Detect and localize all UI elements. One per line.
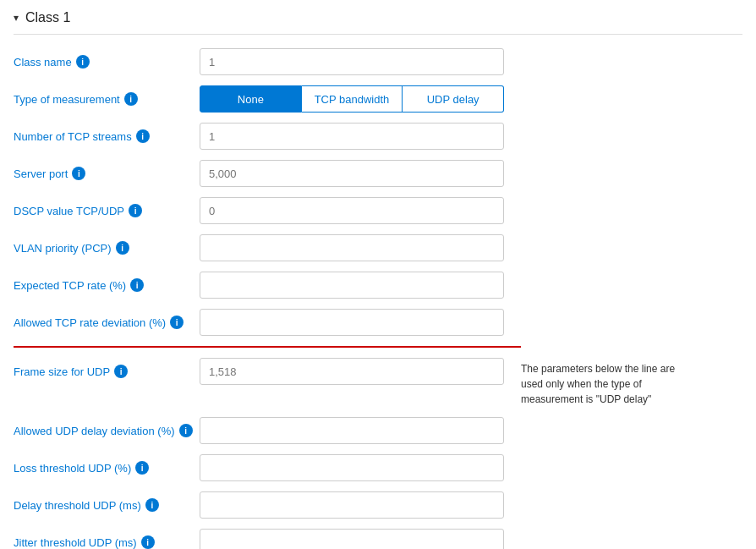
type-of-measurement-row: Type of measurement i None TCP bandwidth… (14, 85, 742, 113)
expected-tcp-rate-input[interactable] (200, 272, 504, 299)
allowed-tcp-deviation-info-icon[interactable]: i (170, 316, 184, 329)
meas-btn-udp-delay[interactable]: UDP delay (403, 85, 504, 113)
server-port-info-icon[interactable]: i (72, 167, 85, 180)
chevron-down-icon[interactable]: ▾ (14, 12, 19, 24)
frame-size-udp-info-icon[interactable]: i (114, 365, 128, 378)
allowed-tcp-deviation-label: Allowed TCP rate deviation (%) i (14, 316, 200, 329)
delay-threshold-udp-info-icon[interactable]: i (145, 498, 159, 512)
class-name-info-icon[interactable]: i (76, 55, 90, 69)
dscp-value-label: DSCP value TCP/UDP i (14, 204, 200, 217)
loss-threshold-udp-label: Loss threshold UDP (%) i (14, 461, 200, 475)
tcp-streams-label: Number of TCP streams i (14, 129, 200, 143)
class-name-input[interactable] (200, 48, 504, 75)
vlan-priority-input[interactable] (200, 234, 504, 261)
allowed-tcp-deviation-input[interactable] (200, 309, 504, 336)
loss-threshold-udp-row: Loss threshold UDP (%) i (14, 454, 742, 481)
class-name-row: Class name i (14, 48, 742, 75)
jitter-threshold-udp-label: Jitter threshold UDP (ms) i (14, 535, 200, 549)
meas-btn-none[interactable]: None (200, 85, 302, 113)
server-port-input[interactable] (200, 160, 504, 187)
dscp-value-input[interactable] (200, 197, 504, 224)
tcp-streams-info-icon[interactable]: i (136, 129, 150, 143)
dscp-value-row: DSCP value TCP/UDP i (14, 197, 742, 224)
page-container: ▾ Class 1 Class name i Type of measureme… (0, 0, 756, 549)
expected-tcp-rate-row: Expected TCP rate (%) i (14, 272, 742, 299)
vlan-priority-row: VLAN priority (PCP) i (14, 234, 742, 261)
delay-threshold-udp-row: Delay threshold UDP (ms) i (14, 491, 742, 519)
section-header: ▾ Class 1 (14, 10, 742, 35)
vlan-priority-info-icon[interactable]: i (116, 241, 129, 255)
frame-size-udp-row: Frame size for UDP i The parameters belo… (14, 358, 742, 407)
loss-threshold-udp-input[interactable] (200, 454, 504, 481)
tcp-streams-input[interactable] (200, 123, 504, 150)
loss-threshold-udp-info-icon[interactable]: i (135, 461, 149, 475)
allowed-udp-delay-label: Allowed UDP delay deviation (%) i (14, 424, 200, 437)
class-name-label: Class name i (14, 55, 200, 69)
vlan-priority-label: VLAN priority (PCP) i (14, 241, 200, 255)
expected-tcp-rate-label: Expected TCP rate (%) i (14, 278, 200, 292)
delay-threshold-udp-label: Delay threshold UDP (ms) i (14, 498, 200, 512)
server-port-row: Server port i (14, 160, 742, 187)
delay-threshold-udp-input[interactable] (200, 491, 504, 519)
type-of-measurement-info-icon[interactable]: i (124, 92, 138, 106)
dscp-value-info-icon[interactable]: i (129, 204, 142, 217)
allowed-udp-delay-input[interactable] (200, 417, 504, 444)
frame-size-udp-input[interactable] (200, 358, 504, 385)
allowed-udp-delay-row: Allowed UDP delay deviation (%) i (14, 417, 742, 444)
measurement-buttons: None TCP bandwidth UDP delay (200, 85, 504, 113)
jitter-threshold-udp-input[interactable] (200, 529, 504, 549)
udp-note: The parameters below the line are used o… (521, 361, 690, 407)
jitter-threshold-udp-row: Jitter threshold UDP (ms) i (14, 529, 742, 549)
expected-tcp-rate-info-icon[interactable]: i (130, 278, 144, 292)
allowed-tcp-deviation-row: Allowed TCP rate deviation (%) i (14, 309, 742, 336)
meas-btn-tcp-bandwidth[interactable]: TCP bandwidth (302, 85, 403, 113)
jitter-threshold-udp-info-icon[interactable]: i (141, 535, 155, 549)
frame-size-udp-label: Frame size for UDP i (14, 365, 200, 378)
allowed-udp-delay-info-icon[interactable]: i (179, 424, 193, 437)
section-title: Class 1 (25, 10, 70, 25)
tcp-streams-row: Number of TCP streams i (14, 123, 742, 150)
server-port-label: Server port i (14, 167, 200, 180)
type-of-measurement-label: Type of measurement i (14, 92, 200, 106)
red-divider (14, 346, 521, 348)
